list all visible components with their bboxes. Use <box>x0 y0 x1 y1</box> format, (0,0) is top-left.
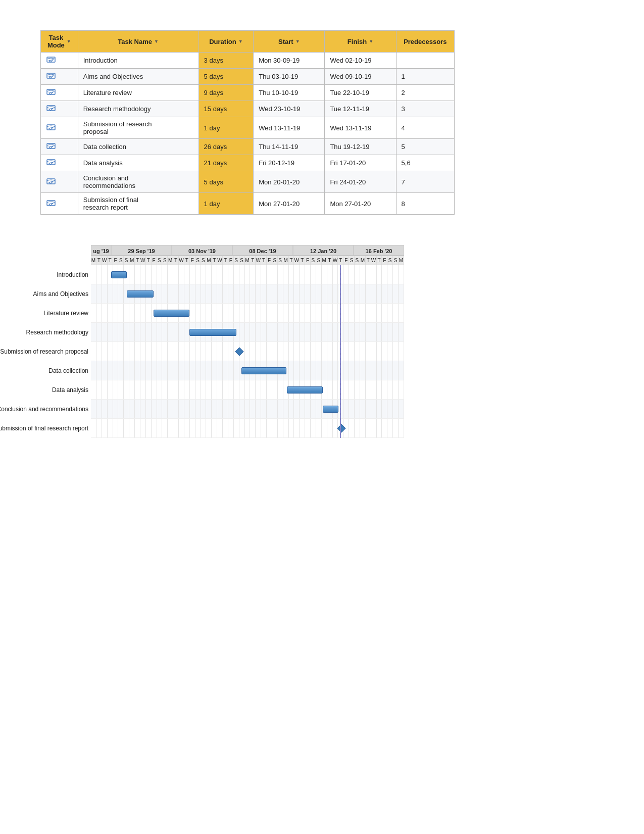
gantt-day-cell: T <box>212 256 217 265</box>
grid-col <box>190 419 195 437</box>
gantt-day-cell: M <box>129 256 135 265</box>
grid-col <box>135 304 140 322</box>
grid-col <box>217 380 223 399</box>
grid-col <box>135 400 140 418</box>
grid-col <box>124 419 129 437</box>
grid-col <box>327 323 333 341</box>
table-row: Data collection26 daysThu 14-11-19Thu 19… <box>41 139 455 155</box>
grid-col <box>223 265 228 284</box>
gantt-day-cell: M <box>322 256 327 265</box>
grid-col <box>91 419 96 437</box>
task-duration-cell: 9 days <box>199 85 254 101</box>
grid-col <box>343 323 349 341</box>
grid-col <box>327 304 333 322</box>
grid-col <box>294 265 300 284</box>
grid-col <box>206 342 212 361</box>
grid-col <box>96 342 102 361</box>
gantt-day-cell: W <box>140 256 146 265</box>
grid-col <box>245 265 251 284</box>
grid-col <box>360 419 366 437</box>
grid-col <box>377 265 382 284</box>
task-name-cell: Submission of research proposal <box>78 117 199 139</box>
col-header-start[interactable]: Start ▼ <box>254 31 325 53</box>
grid-col <box>343 284 349 303</box>
grid-col <box>152 342 157 361</box>
gantt-day-cell: W <box>256 256 261 265</box>
grid-col <box>91 284 96 303</box>
grid-col <box>333 284 338 303</box>
grid-col <box>228 380 234 399</box>
gantt-day-cell: F <box>343 256 349 265</box>
grid-col <box>283 284 289 303</box>
table-row: Introduction3 daysMon 30-09-19Wed 02-10-… <box>41 53 455 69</box>
task-duration-cell: 1 day <box>199 117 254 139</box>
grid-col <box>316 284 322 303</box>
task-mode-cell <box>41 171 78 193</box>
gantt-day-cell: S <box>272 256 278 265</box>
gantt-day-cell: M <box>91 256 96 265</box>
task-pred-cell: 2 <box>396 85 454 101</box>
grid-col <box>305 419 311 437</box>
grid-col <box>129 323 135 341</box>
grid-col <box>261 265 267 284</box>
grid-col <box>272 419 278 437</box>
grid-col <box>217 419 223 437</box>
task-mode-cell <box>41 69 78 85</box>
grid-col <box>135 380 140 399</box>
grid-col <box>322 265 327 284</box>
grid-col <box>387 265 393 284</box>
grid-col <box>360 342 366 361</box>
grid-col <box>184 323 190 341</box>
grid-col <box>256 380 261 399</box>
table-row: Aims and Objectives5 daysThu 03-10-19Wed… <box>41 69 455 85</box>
task-mode-cell <box>41 193 78 215</box>
grid-col <box>289 284 294 303</box>
grid-col <box>234 380 239 399</box>
grid-col <box>283 400 289 418</box>
col-header-finish[interactable]: Finish ▼ <box>325 31 396 53</box>
grid-col <box>311 323 316 341</box>
task-name-cell: Literature review <box>78 85 199 101</box>
task-finish-cell: Tue 22-10-19 <box>325 85 396 101</box>
grid-col <box>184 284 190 303</box>
grid-col <box>322 323 327 341</box>
grid-col <box>289 304 294 322</box>
grid-col <box>399 304 404 322</box>
gantt-month-cell: 08 Dec '19 <box>232 245 293 256</box>
gantt-day-cell: S <box>393 256 399 265</box>
grid-col <box>333 304 338 322</box>
grid-col <box>316 400 322 418</box>
gantt-row: Submission of research proposal <box>91 342 404 361</box>
grid-col <box>102 380 108 399</box>
gantt-day-cell: S <box>316 256 322 265</box>
grid-col <box>129 265 135 284</box>
col-header-mode[interactable]: Task Mode ▼ <box>41 31 78 53</box>
grid-col <box>223 419 228 437</box>
grid-col <box>300 361 305 380</box>
grid-col <box>366 400 371 418</box>
grid-col <box>294 361 300 380</box>
grid-col <box>201 304 207 322</box>
col-header-name[interactable]: Task Name ▼ <box>78 31 199 53</box>
grid-col <box>118 361 124 380</box>
grid-col <box>283 304 289 322</box>
grid-col <box>272 265 278 284</box>
grid-col <box>300 284 305 303</box>
gantt-day-cell: M <box>168 256 173 265</box>
grid-col <box>289 419 294 437</box>
grid-col <box>305 304 311 322</box>
gantt-month-header: ug '1929 Sep '1903 Nov '1908 Dec '1912 J… <box>91 245 404 256</box>
gantt-day-cell: S <box>239 256 245 265</box>
col-header-pred: Predecessors <box>396 31 454 53</box>
grid-col <box>91 265 96 284</box>
gantt-day-cell: M <box>360 256 366 265</box>
col-header-duration[interactable]: Duration ▼ <box>199 31 254 53</box>
grid-col <box>393 342 399 361</box>
gantt-row-label: Submission of research proposal <box>0 348 88 355</box>
grid-col <box>113 323 119 341</box>
grid-col <box>272 323 278 341</box>
grid-col <box>355 400 360 418</box>
grid-col <box>399 400 404 418</box>
grid-col <box>294 323 300 341</box>
grid-col <box>146 361 152 380</box>
